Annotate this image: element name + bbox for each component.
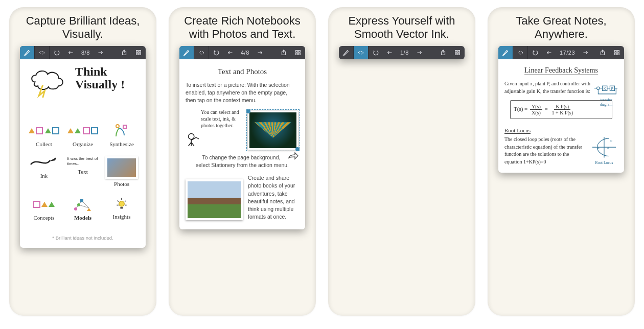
cell-text: It was the best of times… Text [65, 156, 101, 187]
next-icon[interactable] [578, 46, 592, 59]
page-counter: 17/23 [557, 50, 578, 56]
pen-icon[interactable] [498, 46, 513, 59]
prev-icon[interactable] [542, 46, 557, 59]
svg-rect-24 [455, 53, 457, 55]
share-icon[interactable] [436, 46, 450, 59]
stick-figure-icon [186, 109, 200, 152]
card-4: Take Great Notes, Anywhere. 17/23 Linear… [488, 7, 635, 316]
lasso-icon[interactable] [35, 46, 50, 59]
svg-rect-32 [615, 53, 617, 55]
row-a: Collect Organize Synthesize [26, 123, 140, 147]
pen-icon[interactable] [339, 46, 354, 59]
share-icon[interactable] [117, 46, 131, 59]
selected-photo[interactable] [248, 111, 298, 150]
undo-icon[interactable] [369, 46, 383, 59]
page-counter: 4/8 [238, 50, 252, 56]
cell-synthesize: Synthesize [104, 123, 140, 147]
svg-rect-2 [136, 51, 139, 53]
grid-icon[interactable] [610, 46, 624, 59]
pen-icon[interactable] [179, 46, 194, 59]
grid-icon[interactable] [291, 46, 305, 59]
svg-rect-25 [458, 53, 460, 55]
transfer-diagram: K P transfer diagram [594, 81, 618, 107]
page-counter: 1/8 [397, 50, 412, 56]
card-3-caption: Express Yourself with Smooth Vector Ink. [333, 14, 470, 42]
grid-icon[interactable] [131, 46, 146, 59]
paragraph-1: To insert text or a picture: With the se… [186, 81, 299, 105]
share-icon[interactable] [277, 46, 291, 59]
lasso-icon[interactable] [194, 46, 209, 59]
toolbar: 4/8 [179, 46, 305, 59]
cell-models: Models [65, 196, 101, 221]
svg-text:×: × [597, 146, 600, 150]
lasso-icon[interactable] [513, 46, 528, 59]
footnote: * Brilliant ideas not included. [26, 235, 140, 241]
device-4: 17/23 Linear Feedback Systems K P transf… [498, 46, 624, 173]
toolbar: 17/23 [498, 46, 624, 59]
root-locus-diagram: × × ○ Root Locus [590, 136, 618, 158]
screenshot-gallery: Capture Brilliant Ideas, Visually. 8/8 [0, 0, 644, 329]
svg-rect-16 [298, 51, 301, 53]
cell-concepts: Concepts [26, 196, 62, 221]
svg-point-20 [359, 51, 363, 54]
undo-icon[interactable] [50, 46, 64, 59]
cell-collect: Collect [26, 123, 62, 147]
cell-insights: Insights [104, 196, 140, 221]
photo-thumb [105, 156, 138, 179]
svg-rect-23 [458, 51, 460, 53]
svg-rect-30 [615, 51, 617, 53]
card-3: Express Yourself with Smooth Vector Ink.… [328, 7, 475, 316]
svg-text:×: × [607, 146, 610, 150]
row-b: Ink It was the best of times… Text Photo… [26, 156, 140, 187]
page-counter: 8/8 [78, 50, 93, 56]
card-2: Create Rich Notebooks with Photos and Te… [169, 7, 316, 316]
svg-rect-15 [296, 51, 298, 53]
svg-point-28 [518, 51, 523, 54]
grid-icon[interactable] [450, 46, 465, 59]
svg-marker-10 [87, 208, 91, 211]
svg-point-13 [199, 51, 204, 54]
svg-point-34 [597, 87, 600, 90]
lasso-icon[interactable] [354, 46, 369, 59]
think-visually-title: Think Visually ! [75, 65, 140, 91]
share-icon[interactable] [595, 46, 610, 59]
svg-rect-3 [139, 51, 141, 53]
toolbar: 1/8 [339, 46, 465, 59]
svg-rect-18 [298, 53, 301, 55]
device-3: 1/8 [339, 46, 465, 59]
page-body[interactable]: Think Visually ! Collect Organize Synthe… [20, 59, 146, 248]
next-icon[interactable] [252, 46, 267, 59]
page-heading: Text and Photos [186, 67, 299, 76]
next-icon[interactable] [412, 46, 426, 59]
svg-point-19 [189, 133, 194, 139]
paragraph-2: To change the page background, select St… [186, 154, 299, 169]
svg-point-0 [40, 51, 44, 54]
page-body[interactable]: Text and Photos To insert text or a pict… [179, 59, 305, 229]
svg-text:P: P [611, 87, 613, 90]
svg-point-12 [119, 201, 125, 207]
prev-icon[interactable] [383, 46, 397, 59]
root-locus-heading: Root Locus [504, 127, 531, 134]
svg-point-8 [74, 207, 77, 210]
toolbar: 8/8 [20, 46, 146, 59]
prev-icon[interactable] [223, 46, 238, 59]
next-icon[interactable] [93, 46, 107, 59]
page-body[interactable]: Linear Feedback Systems K P transfer dia… [498, 59, 624, 173]
undo-icon[interactable] [209, 46, 223, 59]
share-arrow-icon [288, 152, 299, 161]
svg-text:K: K [604, 87, 606, 90]
svg-rect-4 [136, 53, 139, 55]
undo-icon[interactable] [528, 46, 542, 59]
svg-rect-31 [617, 51, 619, 53]
svg-text:○: ○ [610, 138, 613, 143]
svg-point-11 [77, 203, 80, 206]
device-1: 8/8 Think Visually ! [20, 46, 146, 248]
pen-icon[interactable] [20, 46, 35, 59]
svg-rect-9 [80, 199, 83, 202]
card-1: Capture Brilliant Ideas, Visually. 8/8 [9, 7, 156, 316]
prev-icon[interactable] [64, 46, 78, 59]
svg-rect-7 [123, 125, 126, 128]
svg-rect-33 [617, 53, 619, 55]
card-2-caption: Create Rich Notebooks with Photos and Te… [174, 14, 311, 42]
svg-point-6 [116, 125, 119, 128]
